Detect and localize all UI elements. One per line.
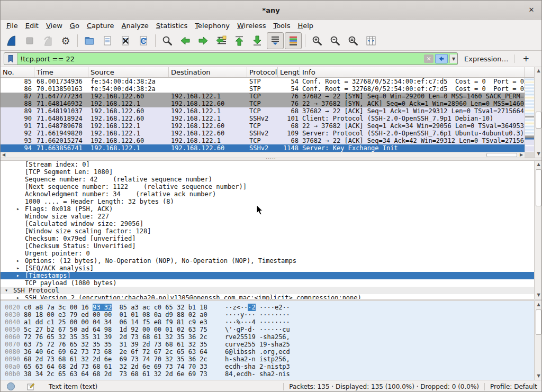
profile-status[interactable]: Profile: Default xyxy=(490,383,537,390)
go-to-bottom-button[interactable] xyxy=(249,32,266,49)
detail-line[interactable]: [Checksum Status: Unverified] xyxy=(1,242,534,250)
menu-analyze[interactable]: Analyze xyxy=(118,21,152,30)
capture-comment-icon[interactable] xyxy=(26,382,35,391)
packet-list-scrollbar[interactable]: ▲ ▼ xyxy=(534,67,542,158)
packet-list-hscrollbar[interactable]: ◀ ▶ xyxy=(1,152,525,158)
hex-row-0050[interactable]: 00505c 27 b2 67 50 ad 64 98 1d 92 00 00 … xyxy=(1,326,534,333)
capture-restart-button[interactable] xyxy=(39,32,56,49)
file-open-button[interactable] xyxy=(81,32,98,49)
hex-row-0080[interactable]: 008036 40 6c 69 62 73 73 68 2e 6f 72 67 … xyxy=(1,348,534,355)
hex-row-0040[interactable]: 0040a1 dd c1 25 00 00 04 34 06 14 f5 e8 … xyxy=(1,318,534,326)
scroll-right-icon[interactable]: ▶ xyxy=(518,152,525,158)
menu-file[interactable]: File xyxy=(3,21,22,30)
packet-row-92[interactable]: 9271.661949820192.168.122.1192.168.122.6… xyxy=(1,130,525,137)
packet-row-93[interactable]: 9371.662015274192.168.122.60192.168.122.… xyxy=(1,137,525,144)
detail-line[interactable]: ▸Flags: 0x018 (PSH, ACK) xyxy=(1,205,534,213)
hex-ascii[interactable]: ···%···4 ········ xyxy=(225,318,290,326)
hex-ascii[interactable]: curve255 19-sha25 xyxy=(225,341,290,348)
details-scrollbar[interactable]: ▲ ▼ xyxy=(534,161,542,299)
detail-line[interactable]: Checksum: 0x79ed [unverified] xyxy=(1,235,534,242)
hex-row-00a0[interactable]: 00a065 63 64 68 2d 73 68 61 32 2d 6e 69 … xyxy=(1,363,534,370)
scrollbar-thumb[interactable] xyxy=(536,169,541,206)
detail-line[interactable]: Acknowledgment number: 34 (relative ack … xyxy=(1,190,534,198)
hex-bytes[interactable]: c0 a8 7a 3c 00 16 93 32 85 a3 ac c0 65 3… xyxy=(24,304,207,311)
expert-info-icon[interactable] xyxy=(7,382,15,390)
file-save-button[interactable] xyxy=(99,32,116,49)
hex-row-0030[interactable]: 003080 18 00 e3 79 ed 00 00 01 01 08 0a … xyxy=(1,311,534,318)
hex-ascii[interactable]: \'·gP·d· ······cu xyxy=(225,326,290,333)
column-header-protocol[interactable]: Protocol xyxy=(247,67,278,77)
hex-bytes[interactable]: 80 18 00 e3 79 ed 00 00 01 01 08 0a d9 8… xyxy=(24,311,207,318)
menu-capture[interactable]: Capture xyxy=(83,21,118,30)
packet-row-90[interactable]: 9071.648618924192.168.122.60192.168.122.… xyxy=(1,115,525,122)
expand-icon[interactable]: ▸ xyxy=(16,272,25,279)
title-bar[interactable]: *any ✕ xyxy=(1,1,541,21)
detail-line[interactable]: [Stream index: 0] xyxy=(1,161,534,168)
menu-view[interactable]: View xyxy=(42,21,66,30)
hex-ascii[interactable]: ecdh-sha 2-nistp3 xyxy=(225,363,290,370)
zoom-out-button[interactable] xyxy=(327,32,344,49)
packet-row-87[interactable]: 8771.647777234192.168.122.60192.168.122.… xyxy=(1,93,525,100)
go-forward-button[interactable] xyxy=(195,32,212,49)
detail-line[interactable]: Window size value: 227 xyxy=(1,213,534,220)
hex-ascii[interactable]: ··z<···2 ····e2·· xyxy=(225,304,290,311)
bytes-scrollbar[interactable]: ▲ ▼ xyxy=(534,301,542,380)
menu-wireless[interactable]: Wireless xyxy=(233,21,269,30)
capture-start-button[interactable] xyxy=(3,32,20,49)
capture-stop-button[interactable] xyxy=(21,32,38,49)
hex-ascii[interactable]: h-sha2-n istp256, xyxy=(225,355,290,363)
display-filter-input[interactable] xyxy=(17,53,424,64)
scroll-up-icon[interactable]: ▲ xyxy=(535,301,542,308)
hex-bytes[interactable]: 38 34 2c 65 63 64 68 2d 73 68 61 32 2d 6… xyxy=(24,370,207,378)
go-back-button[interactable] xyxy=(177,32,194,49)
detail-line[interactable]: [Calculated window size: 29056] xyxy=(1,220,534,227)
detail-line[interactable]: [TCP Segment Len: 1080] xyxy=(1,168,534,176)
scroll-up-icon[interactable]: ▲ xyxy=(535,161,542,168)
detail-line[interactable]: ▸[SEQ/ACK analysis] xyxy=(1,265,534,272)
hex-row-0090[interactable]: 009068 2d 73 68 61 32 2d 6e 69 73 74 70 … xyxy=(1,355,534,363)
expression-button[interactable]: Expression… xyxy=(464,55,509,63)
detail-line[interactable]: ▾SSH Protocol xyxy=(1,287,534,294)
expand-icon[interactable]: ▸ xyxy=(16,294,25,299)
hex-bytes[interactable]: 72 76 65 32 35 35 31 39 2d 73 68 61 32 3… xyxy=(24,333,207,341)
packet-row-85[interactable]: 8568.001734936fe:54:00:d4:38:2aSTP54Conf… xyxy=(1,78,525,85)
scrollbar-thumb[interactable] xyxy=(536,112,541,129)
hex-row-0020[interactable]: 0020c0 a8 7a 3c 00 16 93 32 85 a3 ac c0 … xyxy=(1,304,534,311)
packet-row-86[interactable]: 8670.013850163fe:54:00:d4:38:2aSTP54Conf… xyxy=(1,85,525,93)
hex-ascii[interactable]: 6@libssh .org,ecd xyxy=(225,348,290,355)
menu-edit[interactable]: Edit xyxy=(22,21,42,30)
filter-bookmark-button[interactable] xyxy=(4,53,17,65)
hex-bytes[interactable]: 65 63 64 68 2d 73 68 61 32 2d 6e 69 73 7… xyxy=(24,363,207,370)
column-header-destination[interactable]: Destination xyxy=(169,67,247,77)
packet-row-89[interactable]: 8971.648191037192.168.122.60192.168.122.… xyxy=(1,107,525,115)
scrollbar-thumb[interactable] xyxy=(536,309,541,335)
hex-bytes[interactable]: a1 dd c1 25 00 00 04 34 06 14 f5 e8 f9 8… xyxy=(24,318,207,326)
detail-line[interactable]: ▸Options: (12 bytes), No-Operation (NOP)… xyxy=(1,257,534,265)
hex-bytes[interactable]: 68 2d 73 68 61 32 2d 6e 69 73 74 70 32 3… xyxy=(24,355,207,363)
filter-clear-button[interactable]: ✕ xyxy=(424,54,433,63)
hscrollbar-thumb[interactable] xyxy=(486,153,517,157)
hex-bytes[interactable]: 5c 27 b2 67 50 ad 64 98 1d 92 00 00 01 0… xyxy=(24,326,207,333)
go-to-top-button[interactable] xyxy=(231,32,248,49)
menu-telephony[interactable]: Telephony xyxy=(191,21,233,30)
expand-icon[interactable]: ▸ xyxy=(16,265,25,272)
scroll-down-icon[interactable]: ▼ xyxy=(535,150,542,158)
display-filter-field[interactable]: ✕ ▼ xyxy=(4,52,458,65)
hex-row-0060[interactable]: 006072 76 65 32 35 35 31 39 2d 73 68 61 … xyxy=(1,333,534,341)
column-header-time[interactable]: Time xyxy=(34,67,88,77)
colorize-button[interactable] xyxy=(285,32,302,49)
detail-line[interactable]: [Window size scaling factor: 128] xyxy=(1,227,534,235)
auto-scroll-button[interactable] xyxy=(267,32,284,49)
scroll-up-icon[interactable]: ▲ xyxy=(535,67,542,75)
close-icon[interactable]: ✕ xyxy=(527,5,536,15)
menu-tools[interactable]: Tools xyxy=(269,21,294,30)
expand-icon[interactable]: ▸ xyxy=(16,205,25,213)
expand-icon[interactable]: ▸ xyxy=(16,257,25,265)
menu-statistics[interactable]: Statistics xyxy=(152,21,191,30)
filter-add-button[interactable]: + xyxy=(520,54,533,63)
hex-bytes[interactable]: 63 75 72 76 65 32 35 35 31 39 2d 73 68 6… xyxy=(24,341,207,348)
detail-line[interactable]: [Next sequence number: 1122 (relative se… xyxy=(1,183,534,190)
filter-apply-button[interactable] xyxy=(435,54,448,63)
go-to-packet-button[interactable] xyxy=(213,32,230,49)
resize-columns-button[interactable] xyxy=(363,32,380,49)
